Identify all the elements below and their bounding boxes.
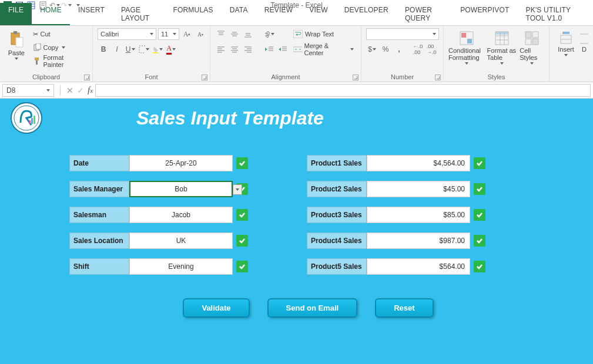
tab-pk-s-utility-tool-v1-0[interactable]: PK's Utility Tool V1.0 xyxy=(517,3,593,25)
left-row-0: Date25-Apr-20 xyxy=(69,155,248,171)
align-center-button[interactable] xyxy=(229,43,240,55)
wrap-icon xyxy=(293,30,303,38)
input-form: Date25-Apr-20Sales ManagerBobSalesmanJac… xyxy=(0,134,593,275)
right-value-0[interactable]: $4,564.00 xyxy=(367,155,470,171)
right-row-4: Product5 Sales$564.00 xyxy=(307,258,485,275)
right-row-3: Product4 Sales$987.00 xyxy=(307,232,485,249)
svg-rect-59 xyxy=(532,32,538,38)
left-value-0[interactable]: 25-Apr-20 xyxy=(129,155,233,171)
font-color-button[interactable]: A xyxy=(165,43,177,55)
right-row-1: Product2 Sales$45.00 xyxy=(307,181,485,197)
left-row-2: SalesmanJacob xyxy=(69,207,248,223)
left-value-1[interactable]: Bob xyxy=(129,181,233,197)
delete-cells-button[interactable]: D xyxy=(580,28,588,53)
paste-button[interactable]: Paste xyxy=(5,28,28,60)
align-middle-button[interactable] xyxy=(229,28,240,40)
right-label-4: Product5 Sales xyxy=(307,258,367,275)
tab-data[interactable]: DATA xyxy=(222,3,256,25)
svg-rect-58 xyxy=(525,32,531,38)
insert-cells-button[interactable]: Insert xyxy=(554,28,578,56)
tab-developer[interactable]: DEVELOPER xyxy=(336,3,397,25)
scissors-icon: ✂ xyxy=(33,31,38,38)
dialog-launcher-icon[interactable] xyxy=(202,75,207,80)
right-row-2: Product3 Sales$85.00 xyxy=(307,207,485,223)
copy-button[interactable]: Copy xyxy=(31,42,88,53)
tab-page-layout[interactable]: PAGE LAYOUT xyxy=(113,3,165,25)
left-value-4[interactable]: Evening xyxy=(129,258,233,275)
align-bottom-button[interactable] xyxy=(242,28,254,40)
font-size-select[interactable]: 11 xyxy=(158,28,179,40)
decrease-decimal-button[interactable]: .00→.0 xyxy=(426,43,437,55)
left-value-2[interactable]: Jacob xyxy=(129,207,233,223)
right-value-3[interactable]: $987.00 xyxy=(367,232,470,249)
formula-input[interactable] xyxy=(95,84,591,97)
percent-format-button[interactable]: % xyxy=(380,43,391,55)
right-value-2[interactable]: $85.00 xyxy=(367,207,470,223)
left-row-4: ShiftEvening xyxy=(69,258,248,275)
check-icon xyxy=(474,183,485,195)
underline-button[interactable]: U xyxy=(125,43,136,55)
number-format-select[interactable] xyxy=(366,28,439,40)
name-box[interactable]: D8 xyxy=(2,84,54,97)
fx-icon[interactable]: fx xyxy=(88,85,93,95)
align-top-button[interactable] xyxy=(215,28,227,40)
reset-button[interactable]: Reset xyxy=(375,298,433,318)
validate-button[interactable]: Validate xyxy=(183,298,249,318)
group-label-number: Number xyxy=(366,73,438,82)
cell-styles-button[interactable]: Cell Styles xyxy=(520,28,544,65)
right-label-2: Product3 Sales xyxy=(307,207,367,223)
italic-button[interactable]: I xyxy=(111,43,123,55)
increase-decimal-button[interactable]: ←.0.00 xyxy=(412,43,424,55)
svg-rect-16 xyxy=(35,58,39,60)
align-left-button[interactable] xyxy=(215,43,227,55)
right-value-1[interactable]: $45.00 xyxy=(367,181,470,197)
svg-rect-47 xyxy=(293,30,303,38)
tab-power-query[interactable]: POWER QUERY xyxy=(397,3,452,25)
left-value-3[interactable]: UK xyxy=(129,232,233,249)
left-row-1: Sales ManagerBob xyxy=(69,181,248,197)
svg-rect-13 xyxy=(16,38,23,47)
comma-format-button[interactable]: , xyxy=(393,43,405,55)
format-as-table-button[interactable]: Format as Table xyxy=(487,28,518,65)
shrink-font-button[interactable]: A▾ xyxy=(195,28,206,40)
increase-indent-button[interactable] xyxy=(277,43,289,55)
cancel-formula-icon[interactable]: ✕ xyxy=(66,86,73,95)
accounting-format-button[interactable]: $ xyxy=(366,43,378,55)
dialog-launcher-icon[interactable] xyxy=(353,75,359,80)
grow-font-button[interactable]: A▴ xyxy=(181,28,193,40)
group-label-font: Font xyxy=(98,73,205,82)
align-right-button[interactable] xyxy=(242,43,254,55)
conditional-formatting-icon xyxy=(459,31,474,46)
fill-color-button[interactable] xyxy=(152,43,163,55)
dialog-launcher-icon[interactable] xyxy=(435,75,441,80)
send-email-button[interactable]: Send on Email xyxy=(267,298,358,318)
cut-button[interactable]: ✂Cut xyxy=(31,28,88,40)
tab-powerpivot[interactable]: POWERPIVOT xyxy=(452,3,517,25)
svg-rect-17 xyxy=(36,60,38,65)
orientation-button[interactable]: ab xyxy=(263,28,275,40)
bold-button[interactable]: B xyxy=(98,43,109,55)
right-label-0: Product1 Sales xyxy=(307,155,367,171)
group-font: Calibri 11 A▴ A▾ B I U A Font xyxy=(93,26,210,82)
tab-insert[interactable]: INSERT xyxy=(70,3,113,25)
left-label-0: Date xyxy=(69,155,129,171)
check-icon xyxy=(474,157,485,169)
format-painter-button[interactable]: Format Painter xyxy=(31,55,88,67)
tab-file[interactable]: FILE xyxy=(0,3,32,25)
paste-label: Paste xyxy=(8,49,25,56)
right-value-4[interactable]: $564.00 xyxy=(367,258,470,275)
merge-center-button[interactable]: Merge & Center xyxy=(291,43,356,55)
ribbon: Paste ✂Cut Copy Format Painter Clipboard… xyxy=(0,26,593,82)
tab-formulas[interactable]: FORMULAS xyxy=(165,3,221,25)
dropdown-icon[interactable] xyxy=(233,184,242,195)
enter-formula-icon[interactable]: ✓ xyxy=(77,86,84,95)
border-button[interactable] xyxy=(138,43,150,55)
tab-home[interactable]: HOME xyxy=(32,3,70,25)
font-name-select[interactable]: Calibri xyxy=(98,28,156,40)
decrease-indent-button[interactable] xyxy=(263,43,275,55)
dialog-launcher-icon[interactable] xyxy=(84,75,90,80)
svg-rect-67 xyxy=(29,120,31,124)
svg-rect-64 xyxy=(562,32,569,34)
wrap-text-button[interactable]: Wrap Text xyxy=(291,28,356,40)
conditional-formatting-button[interactable]: Conditional Formatting xyxy=(448,28,485,65)
